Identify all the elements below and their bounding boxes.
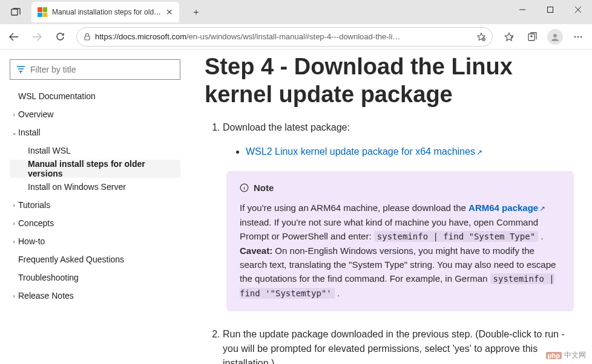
note-header: Note [240, 181, 561, 195]
sidebar-item-tutorials[interactable]: ›Tutorials [10, 196, 180, 214]
sidebar-item-frequently-asked-questions[interactable]: Frequently Asked Questions [10, 250, 180, 268]
sidebar-item-release-notes[interactable]: ›Release Notes [10, 287, 180, 305]
main-content: Step 4 - Download the Linux kernel updat… [188, 50, 592, 364]
sidebar-item-label: WSL Documentation [18, 91, 96, 101]
watermark: php中文网 [546, 350, 586, 360]
svg-point-10 [577, 36, 579, 37]
chevron-right-icon: › [10, 201, 18, 209]
filter-input[interactable] [30, 65, 174, 74]
sidebar-item-how-to[interactable]: ›How-to [10, 232, 180, 250]
sidebar-item-label: Frequently Asked Questions [18, 255, 124, 264]
more-button[interactable] [568, 27, 588, 47]
sidebar-item-install-on-windows-server[interactable]: Install on Windows Server [10, 178, 180, 196]
sidebar-item-label: Install [18, 128, 41, 137]
avatar-icon [547, 29, 563, 45]
chevron-right-icon: › [10, 238, 18, 245]
back-button[interactable] [4, 27, 24, 47]
arm64-package-link[interactable]: ARM64 package↗ [469, 203, 545, 213]
chevron-right-icon: › [10, 292, 18, 299]
profile-button[interactable] [545, 27, 565, 47]
close-window-button[interactable] [564, 0, 592, 19]
sidebar-item-label: Install on Windows Server [28, 182, 126, 192]
svg-point-8 [553, 34, 557, 37]
sidebar-item-install-wsl[interactable]: Install WSL [10, 141, 180, 160]
sidebar-item-label: Overview [18, 109, 53, 119]
browser-tab[interactable]: Manual installation steps for old… ✕ [31, 2, 179, 22]
svg-point-9 [574, 36, 576, 37]
sidebar-item-label: Tutorials [18, 200, 50, 210]
filter-box[interactable] [10, 59, 180, 80]
window-titlebar: Manual installation steps for old… ✕ ＋ [0, 0, 592, 24]
tab-title: Manual installation steps for old… [52, 8, 161, 16]
wsl2-kernel-link[interactable]: WSL2 Linux kernel update package for x64… [246, 146, 482, 157]
step-2: Run the update package downloaded in the… [223, 327, 577, 365]
browser-toolbar: https://docs.microsoft.com/en-us/windows… [0, 24, 592, 50]
favorites-button[interactable] [499, 27, 519, 47]
svg-rect-2 [548, 7, 553, 13]
window-controls [508, 0, 592, 24]
collections-button[interactable] [522, 27, 542, 47]
sidebar-item-label: Manual install steps for older versions [28, 159, 180, 178]
page-heading: Step 4 - Download the Linux kernel updat… [205, 53, 577, 108]
filter-icon [16, 65, 25, 74]
minimize-button[interactable] [508, 0, 536, 19]
forward-button[interactable] [27, 27, 47, 47]
microsoft-favicon [38, 7, 47, 17]
sidebar-item-overview[interactable]: ›Overview [10, 105, 180, 123]
sidebar-item-label: How-to [18, 236, 45, 246]
address-bar[interactable]: https://docs.microsoft.com/en-us/windows… [76, 27, 493, 47]
sidebar-item-label: Concepts [18, 218, 54, 228]
refresh-button[interactable] [50, 27, 70, 47]
sidebar-item-label: Troubleshooting [18, 273, 79, 282]
download-link-item: WSL2 Linux kernel update package for x64… [246, 145, 577, 159]
external-link-icon: ↗ [476, 148, 482, 157]
note-callout: Note If you're using an ARM64 machine, p… [226, 171, 574, 311]
svg-point-11 [580, 36, 582, 37]
lock-icon [83, 33, 91, 41]
chevron-right-icon: › [10, 219, 18, 227]
sidebar-item-install[interactable]: ⌄Install [10, 123, 180, 141]
sidebar-item-label: Release Notes [18, 291, 74, 301]
chevron-down-icon: ⌄ [10, 129, 18, 137]
url-text: https://docs.microsoft.com/en-us/windows… [95, 32, 473, 41]
tab-close-button[interactable]: ✕ [166, 7, 173, 17]
sidebar-item-label: Install WSL [28, 146, 71, 155]
new-tab-button[interactable]: ＋ [186, 2, 206, 22]
sidebar-nav: WSL Documentation›Overview⌄InstallInstal… [0, 50, 188, 364]
sidebar-item-wsl-documentation[interactable]: WSL Documentation [10, 87, 180, 105]
svg-rect-0 [12, 9, 18, 15]
svg-rect-5 [85, 36, 90, 40]
tab-actions-button[interactable] [5, 1, 27, 23]
sidebar-item-troubleshooting[interactable]: Troubleshooting [10, 268, 180, 287]
note-body: If you're using an ARM64 machine, please… [240, 201, 561, 300]
chevron-right-icon: › [10, 111, 18, 118]
step-1: Download the latest package: WSL2 Linux … [223, 120, 577, 311]
favorite-icon[interactable] [476, 32, 486, 42]
info-icon [240, 183, 249, 192]
code-systeminfo: systeminfo | find "System Type" [374, 231, 538, 242]
maximize-button[interactable] [536, 0, 564, 19]
external-link-icon: ↗ [539, 204, 545, 213]
sidebar-item-manual-install-steps-for-older-versions[interactable]: Manual install steps for older versions [10, 160, 180, 178]
sidebar-item-concepts[interactable]: ›Concepts [10, 214, 180, 232]
